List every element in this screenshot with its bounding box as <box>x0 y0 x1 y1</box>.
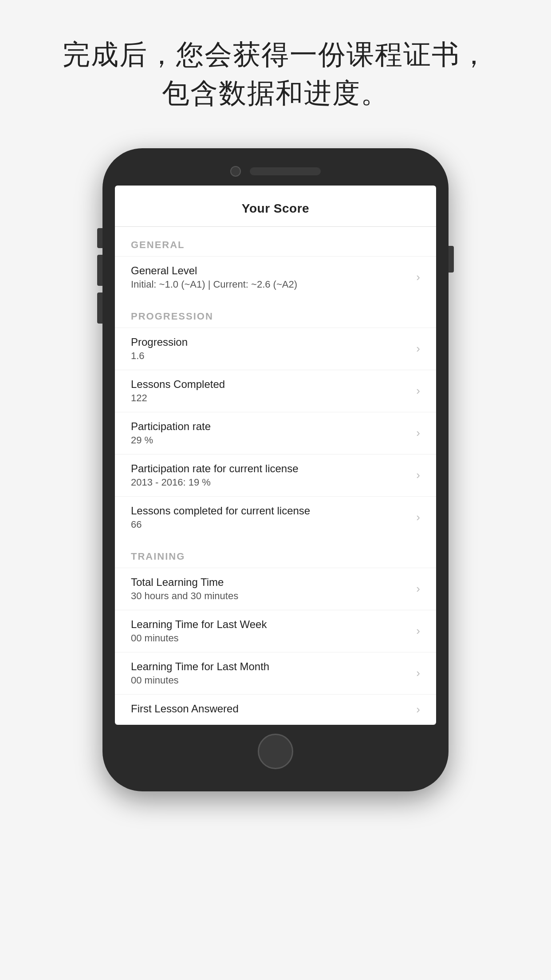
participation-license-title: Participation rate for current license <box>131 462 409 475</box>
chinese-header-text: 完成后，您会获得一份课程证书， 包含数据和进度。 <box>36 36 515 113</box>
list-item-lessons-completed[interactable]: Lessons Completed 122 › <box>115 370 436 412</box>
home-button[interactable] <box>258 734 293 769</box>
learning-last-week-title: Learning Time for Last Week <box>131 618 409 631</box>
chevron-right-icon: › <box>416 384 420 398</box>
chevron-right-icon: › <box>416 624 420 638</box>
section-general-header: GENERAL <box>115 227 436 256</box>
section-general-label: GENERAL <box>131 239 185 250</box>
list-item-progression[interactable]: Progression 1.6 › <box>115 328 436 370</box>
section-training-header: TRAINING <box>115 538 436 568</box>
general-level-title: General Level <box>131 265 409 277</box>
lessons-license-value: 66 <box>131 519 409 530</box>
section-progression-header: PROGRESSION <box>115 298 436 328</box>
participation-license-value: 2013 - 2016: 19 % <box>131 477 409 488</box>
list-item-learning-last-week[interactable]: Learning Time for Last Week 00 minutes › <box>115 610 436 652</box>
phone-screen: Your Score GENERAL General Level Initial… <box>115 186 436 725</box>
list-item-lessons-content: Lessons Completed 122 <box>131 378 409 404</box>
chinese-line2: 包含数据和进度。 <box>162 78 389 108</box>
list-item-general-level[interactable]: General Level Initial: ~1.0 (~A1) | Curr… <box>115 256 436 298</box>
chevron-right-icon: › <box>416 666 420 680</box>
list-item-learning-last-month[interactable]: Learning Time for Last Month 00 minutes … <box>115 652 436 694</box>
progression-value: 1.6 <box>131 350 409 362</box>
list-item-progression-content: Progression 1.6 <box>131 336 409 362</box>
learning-last-month-title: Learning Time for Last Month <box>131 660 409 673</box>
participation-rate-value: 29 % <box>131 435 409 446</box>
list-item-first-lesson-content: First Lesson Answered <box>131 703 409 717</box>
general-level-value: Initial: ~1.0 (~A1) | Current: ~2.6 (~A2… <box>131 279 409 290</box>
phone-device: Your Score GENERAL General Level Initial… <box>102 148 449 791</box>
chevron-right-icon: › <box>416 582 420 596</box>
volume-mute-button <box>97 228 102 248</box>
list-item-participation-license[interactable]: Participation rate for current license 2… <box>115 454 436 496</box>
section-training-label: TRAINING <box>131 551 185 562</box>
lessons-completed-title: Lessons Completed <box>131 378 409 391</box>
phone-bottom-bar <box>115 734 436 769</box>
list-item-learning-last-week-content: Learning Time for Last Week 00 minutes <box>131 618 409 644</box>
list-item-general-level-content: General Level Initial: ~1.0 (~A1) | Curr… <box>131 265 409 290</box>
list-item-participation-content: Participation rate 29 % <box>131 420 409 446</box>
chevron-right-icon: › <box>416 703 420 716</box>
learning-last-week-value: 00 minutes <box>131 632 409 644</box>
volume-down-button <box>97 292 102 324</box>
total-learning-title: Total Learning Time <box>131 576 409 589</box>
chinese-line1: 完成后，您会获得一份课程证书， <box>63 39 488 70</box>
total-learning-value: 30 hours and 30 minutes <box>131 590 409 602</box>
list-item-lessons-license[interactable]: Lessons completed for current license 66… <box>115 496 436 538</box>
list-item-total-learning-content: Total Learning Time 30 hours and 30 minu… <box>131 576 409 602</box>
list-item-lessons-license-content: Lessons completed for current license 66 <box>131 505 409 530</box>
phone-top-bar <box>115 166 436 177</box>
screen-title: Your Score <box>242 202 309 215</box>
volume-up-button <box>97 255 102 286</box>
lessons-license-title: Lessons completed for current license <box>131 505 409 517</box>
list-item-learning-last-month-content: Learning Time for Last Month 00 minutes <box>131 660 409 686</box>
screen-header: Your Score <box>115 186 436 227</box>
participation-rate-title: Participation rate <box>131 420 409 433</box>
list-item-total-learning[interactable]: Total Learning Time 30 hours and 30 minu… <box>115 568 436 610</box>
front-camera <box>230 166 241 177</box>
chevron-right-icon: › <box>416 468 420 482</box>
first-lesson-title: First Lesson Answered <box>131 703 409 715</box>
chevron-right-icon: › <box>416 342 420 356</box>
chevron-right-icon: › <box>416 426 420 440</box>
earpiece-speaker <box>250 167 321 175</box>
screen-content: GENERAL General Level Initial: ~1.0 (~A1… <box>115 227 436 725</box>
list-item-participation-rate[interactable]: Participation rate 29 % › <box>115 412 436 454</box>
list-item-first-lesson[interactable]: First Lesson Answered › <box>115 694 436 725</box>
chevron-right-icon: › <box>416 270 420 284</box>
chevron-right-icon: › <box>416 510 420 524</box>
section-progression-label: PROGRESSION <box>131 311 213 322</box>
list-item-participation-license-content: Participation rate for current license 2… <box>131 462 409 488</box>
progression-title: Progression <box>131 336 409 348</box>
learning-last-month-value: 00 minutes <box>131 675 409 686</box>
lessons-completed-value: 122 <box>131 392 409 404</box>
power-button <box>449 246 454 273</box>
